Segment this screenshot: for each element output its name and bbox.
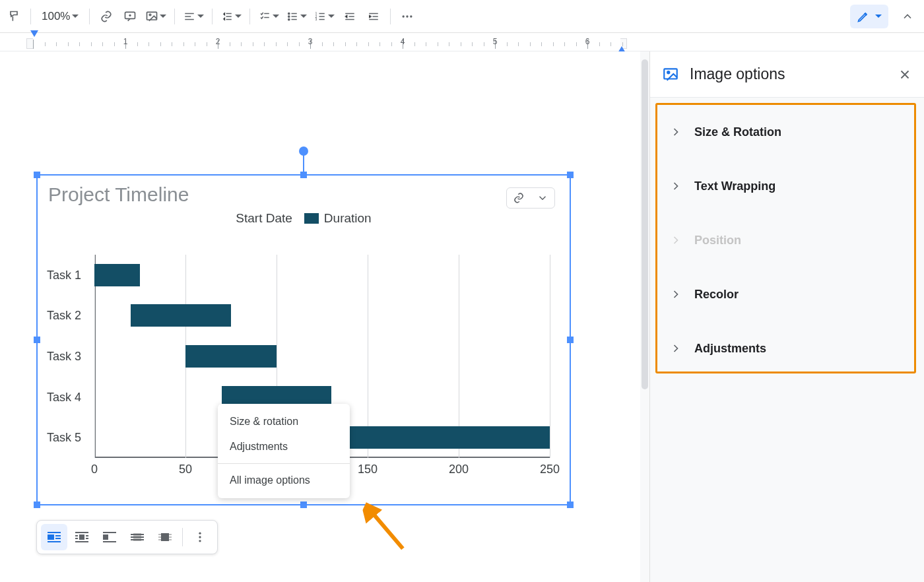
line-spacing-dropdown[interactable] <box>218 5 244 28</box>
x-tick-label: 200 <box>449 463 469 476</box>
scrollbar-thumb[interactable] <box>642 59 648 389</box>
svg-point-11 <box>410 15 412 17</box>
add-comment-button[interactable] <box>119 5 141 28</box>
panel-section-adjustments[interactable]: Adjustments <box>657 321 914 375</box>
more-tools-button[interactable] <box>396 5 418 28</box>
chevron-right-icon <box>669 342 682 355</box>
wrap-break-button[interactable] <box>96 524 123 550</box>
y-tick-label: Task 5 <box>47 431 81 445</box>
panel-section-label: Text Wrapping <box>694 179 776 193</box>
svg-point-5 <box>288 18 290 20</box>
insert-image-dropdown[interactable] <box>143 5 169 28</box>
close-panel-button[interactable] <box>898 67 912 82</box>
insert-link-button[interactable] <box>95 5 117 28</box>
align-dropdown[interactable] <box>180 5 207 28</box>
resize-handle-br[interactable] <box>567 501 574 508</box>
chevron-right-icon <box>669 234 682 247</box>
bulleted-list-dropdown[interactable] <box>283 5 310 28</box>
image-options-panel: Image options Size & RotationText Wrappi… <box>649 51 924 582</box>
panel-section-size-rotation[interactable]: Size & Rotation <box>657 105 914 159</box>
y-tick-label: Task 4 <box>47 390 81 404</box>
resize-handle-mr[interactable] <box>567 337 574 343</box>
vertical-scrollbar[interactable] <box>640 51 649 582</box>
panel-section-text-wrapping[interactable]: Text Wrapping <box>657 159 914 213</box>
linked-chart-link-button[interactable] <box>507 188 531 208</box>
wrap-behind-button[interactable] <box>124 524 150 550</box>
chevron-right-icon <box>669 288 682 301</box>
paint-format-button[interactable] <box>3 5 25 28</box>
dropdown-caret-icon <box>273 15 279 18</box>
panel-section-label: Size & Rotation <box>694 125 781 139</box>
y-tick-label: Task 2 <box>47 309 81 323</box>
checklist-dropdown[interactable] <box>255 5 282 28</box>
panel-section-position: Position <box>657 213 914 267</box>
svg-point-18 <box>199 533 201 534</box>
rotation-handle[interactable] <box>299 146 308 156</box>
dropdown-caret-icon <box>875 15 882 18</box>
numbered-list-dropdown[interactable]: 123 <box>311 5 337 28</box>
svg-point-3 <box>288 13 290 14</box>
editing-mode-dropdown[interactable] <box>850 5 888 28</box>
svg-rect-17 <box>161 533 169 541</box>
svg-rect-14 <box>79 534 84 540</box>
collapse-toolbar-button[interactable] <box>896 5 919 28</box>
wrap-front-button[interactable] <box>152 524 178 550</box>
svg-point-10 <box>406 15 408 17</box>
resize-handle-bm[interactable] <box>300 501 307 508</box>
legend-duration: Duration <box>324 211 372 225</box>
svg-point-19 <box>199 536 201 538</box>
ctx-adjustments[interactable]: Adjustments <box>218 434 350 459</box>
panel-section-label: Position <box>694 234 741 247</box>
chart-legend: Start Date Duration <box>44 211 563 226</box>
zoom-dropdown[interactable]: 100% <box>36 5 84 28</box>
linked-chart-menu-button[interactable] <box>531 188 554 208</box>
x-tick-label: 250 <box>540 463 560 476</box>
left-indent-marker[interactable] <box>30 30 38 37</box>
zoom-value: 100% <box>42 10 70 23</box>
wrap-inline-button[interactable] <box>41 524 67 550</box>
legend-swatch-duration <box>304 213 319 224</box>
wrap-wraptext-button[interactable] <box>69 524 95 550</box>
resize-handle-tm[interactable] <box>300 172 307 178</box>
highlighted-sections: Size & RotationText WrappingPositionReco… <box>655 103 916 373</box>
panel-section-recolor[interactable]: Recolor <box>657 267 914 321</box>
document-canvas[interactable]: Project Timeline Start Date Duration <box>0 51 640 582</box>
increase-indent-button[interactable] <box>362 5 385 28</box>
dropdown-caret-icon <box>72 15 79 18</box>
dropdown-caret-icon <box>328 15 335 18</box>
svg-point-2 <box>149 14 151 16</box>
svg-line-12 <box>361 510 412 549</box>
panel-section-label: Recolor <box>694 288 739 302</box>
svg-rect-15 <box>103 534 108 540</box>
annotation-arrow <box>352 502 420 557</box>
dropdown-caret-icon <box>300 15 307 18</box>
resize-handle-tl[interactable] <box>34 172 40 178</box>
side-panel-title: Image options <box>690 65 887 83</box>
svg-point-4 <box>288 15 290 16</box>
x-tick-label: 0 <box>91 463 98 476</box>
resize-handle-ml[interactable] <box>34 337 40 343</box>
dropdown-caret-icon <box>235 15 242 18</box>
wrap-more-button[interactable] <box>187 524 213 550</box>
x-tick-label: 150 <box>358 463 378 476</box>
pencil-icon <box>857 10 870 23</box>
chart-title: Project Timeline <box>48 183 563 206</box>
main-toolbar: 100% 123 <box>0 0 924 33</box>
ctx-size-rotation[interactable]: Size & rotation <box>218 409 350 434</box>
image-context-menu: Size & rotation Adjustments All image op… <box>218 404 350 498</box>
linked-chart-toolbar <box>506 187 555 209</box>
svg-point-22 <box>667 71 669 73</box>
dropdown-caret-icon <box>160 15 166 18</box>
legend-start-date: Start Date <box>236 211 292 226</box>
resize-handle-bl[interactable] <box>34 501 40 508</box>
chevron-right-icon <box>669 179 682 193</box>
horizontal-ruler[interactable]: 123456 <box>0 33 924 51</box>
svg-point-9 <box>403 15 405 17</box>
ctx-all-image-options[interactable]: All image options <box>218 468 350 493</box>
resize-handle-tr[interactable] <box>567 172 574 178</box>
rotation-handle-stem <box>303 153 304 172</box>
decrease-indent-button[interactable] <box>339 5 361 28</box>
gantt-bar <box>185 345 277 368</box>
svg-point-20 <box>199 540 201 542</box>
gantt-bar <box>94 264 140 286</box>
